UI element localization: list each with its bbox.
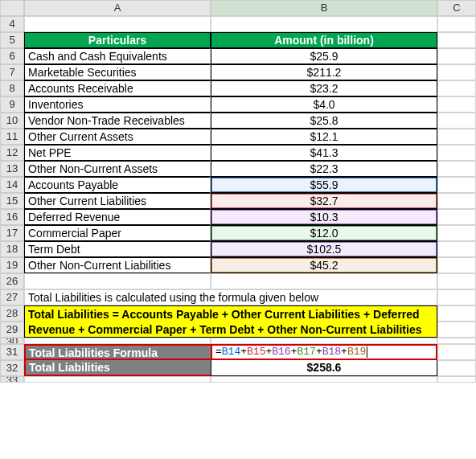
formula-label[interactable]: Total Liabilities Formula <box>24 344 211 360</box>
data-label[interactable]: Marketable Securities <box>24 64 211 80</box>
cell-c28[interactable] <box>437 305 476 322</box>
cell-b33[interactable] <box>211 376 437 383</box>
row-header[interactable]: 10 <box>0 113 24 129</box>
cell-c[interactable] <box>437 145 476 161</box>
cell-c[interactable] <box>437 80 476 96</box>
row-header[interactable]: 9 <box>0 96 24 113</box>
row-header[interactable]: 33 <box>0 376 24 383</box>
cell-c31[interactable] <box>437 344 476 360</box>
data-value[interactable]: $4.0 <box>211 96 437 113</box>
data-label[interactable]: Cash and Cash Equivalents <box>24 48 211 64</box>
cell-c[interactable] <box>437 225 476 241</box>
row-header[interactable]: 28 <box>0 305 24 322</box>
cell-c5[interactable] <box>437 32 476 48</box>
data-value[interactable]: $12.1 <box>211 129 437 145</box>
cell-c32[interactable] <box>437 360 476 376</box>
row-header[interactable]: 32 <box>0 360 24 376</box>
cell-a33[interactable] <box>24 376 211 383</box>
data-value[interactable]: $55.9 <box>211 177 437 193</box>
row-header[interactable]: 14 <box>0 177 24 193</box>
cell-c33[interactable] <box>437 376 476 383</box>
row-header[interactable]: 11 <box>0 129 24 145</box>
row-header[interactable]: 29 <box>0 322 24 338</box>
data-value[interactable]: $32.7 <box>211 193 437 209</box>
row-header[interactable]: 16 <box>0 209 24 225</box>
cell-c[interactable] <box>437 241 476 257</box>
cell-c[interactable] <box>437 177 476 193</box>
data-value[interactable]: $25.8 <box>211 113 437 129</box>
row-header[interactable]: 31 <box>0 344 24 360</box>
cell-c30[interactable] <box>437 338 476 344</box>
header-amount[interactable]: Amount (in billion) <box>211 32 437 48</box>
formula-description-1[interactable]: Total Liabilities = Accounts Payable + O… <box>24 305 437 322</box>
cell-c29[interactable] <box>437 322 476 338</box>
formula-ref-b19: B19 <box>347 346 366 358</box>
data-value[interactable]: $10.3 <box>211 209 437 225</box>
row-header[interactable]: 12 <box>0 145 24 161</box>
data-value[interactable]: $12.0 <box>211 225 437 241</box>
row-header[interactable]: 13 <box>0 161 24 177</box>
cell-b4[interactable] <box>211 16 437 32</box>
row-header[interactable]: 15 <box>0 193 24 209</box>
note-text[interactable]: Total Liabilities is calculated using th… <box>24 289 437 305</box>
data-value[interactable]: $25.9 <box>211 48 437 64</box>
cell-c26[interactable] <box>437 273 476 289</box>
data-value[interactable]: $41.3 <box>211 145 437 161</box>
spreadsheet-grid: A B C 4 5 Particulars Amount (in billion… <box>0 0 476 383</box>
row-header[interactable]: 30 <box>0 338 24 344</box>
row-header[interactable]: 27 <box>0 289 24 305</box>
formula-description-2[interactable]: Revenue + Commercial Paper + Term Debt +… <box>24 322 437 338</box>
cell-b26[interactable] <box>211 273 437 289</box>
cell-a26[interactable] <box>24 273 211 289</box>
cell-c[interactable] <box>437 48 476 64</box>
total-value[interactable]: $258.6 <box>211 360 437 376</box>
row-header[interactable]: 7 <box>0 64 24 80</box>
row-header[interactable]: 26 <box>0 273 24 289</box>
data-value[interactable]: $102.5 <box>211 241 437 257</box>
cell-a4[interactable] <box>24 16 211 32</box>
row-header[interactable]: 8 <box>0 80 24 96</box>
col-header-c[interactable]: C <box>437 0 476 16</box>
cell-c[interactable] <box>437 209 476 225</box>
col-header-corner[interactable] <box>0 0 24 16</box>
row-header[interactable]: 18 <box>0 241 24 257</box>
data-value[interactable]: $45.2 <box>211 257 437 273</box>
data-value[interactable]: $23.2 <box>211 80 437 96</box>
cell-c[interactable] <box>437 257 476 273</box>
cell-c[interactable] <box>437 64 476 80</box>
cell-c[interactable] <box>437 161 476 177</box>
data-label[interactable]: Accounts Payable <box>24 177 211 193</box>
data-label[interactable]: Net PPE <box>24 145 211 161</box>
total-label[interactable]: Total Liabilities <box>24 360 211 376</box>
data-label[interactable]: Other Non-Current Assets <box>24 161 211 177</box>
data-label[interactable]: Other Non-Current Liabilities <box>24 257 211 273</box>
data-value[interactable]: $22.3 <box>211 161 437 177</box>
row-header[interactable]: 4 <box>0 16 24 32</box>
row-header[interactable]: 6 <box>0 48 24 64</box>
data-label[interactable]: Inventories <box>24 96 211 113</box>
cell-b30[interactable] <box>211 338 437 344</box>
header-particulars[interactable]: Particulars <box>24 32 211 48</box>
row-header[interactable]: 17 <box>0 225 24 241</box>
data-label[interactable]: Other Current Liabilities <box>24 193 211 209</box>
col-header-b[interactable]: B <box>211 0 437 16</box>
data-value[interactable]: $211.2 <box>211 64 437 80</box>
data-label[interactable]: Accounts Receivable <box>24 80 211 96</box>
data-label[interactable]: Deferred Revenue <box>24 209 211 225</box>
cell-c27[interactable] <box>437 289 476 305</box>
formula-cell[interactable]: =B14+B15+B16+B17+B18+B19 <box>211 344 437 360</box>
data-label[interactable]: Other Current Assets <box>24 129 211 145</box>
data-label[interactable]: Term Debt <box>24 241 211 257</box>
cell-c[interactable] <box>437 129 476 145</box>
cell-c[interactable] <box>437 193 476 209</box>
cell-c[interactable] <box>437 113 476 129</box>
cell-c[interactable] <box>437 96 476 113</box>
cell-a30[interactable] <box>24 338 211 344</box>
data-label[interactable]: Commercial Paper <box>24 225 211 241</box>
col-header-a[interactable]: A <box>24 0 211 16</box>
row-header[interactable]: 5 <box>0 32 24 48</box>
row-header[interactable]: 19 <box>0 257 24 273</box>
cell-c4[interactable] <box>437 16 476 32</box>
data-label[interactable]: Vendor Non-Trade Receivables <box>24 113 211 129</box>
formula-ref-b15: B15 <box>247 346 265 358</box>
